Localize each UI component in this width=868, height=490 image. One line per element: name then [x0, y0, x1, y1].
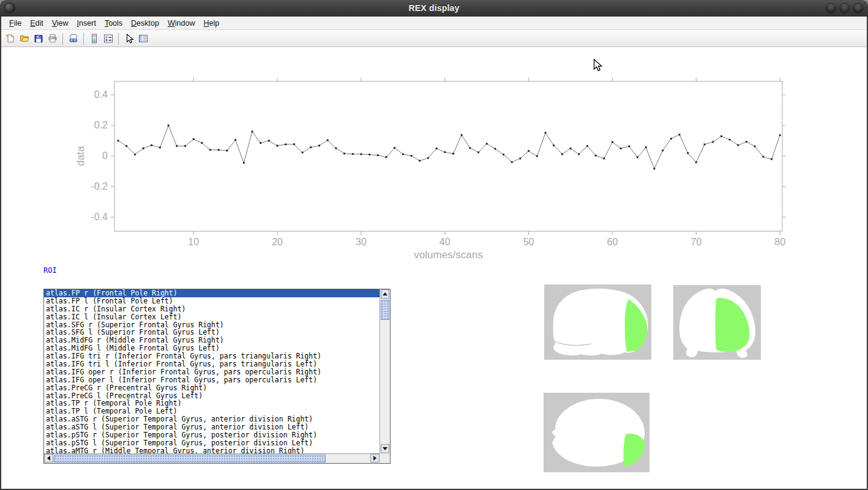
svg-text:0.4: 0.4 [94, 89, 108, 100]
figure-canvas: 1020304050607080-0.4-0.200.20.4volumes/s… [0, 47, 868, 489]
roi-list-item[interactable]: atlas.IFG tri l (Inferior Frontal Gyrus,… [44, 360, 380, 368]
rex-display-window: REX display FileEditViewInsertToolsDeskt… [0, 0, 868, 490]
roi-list-item[interactable]: atlas.IC l (Insular Cortex Left) [44, 313, 380, 321]
title-bar[interactable]: REX display [0, 0, 868, 17]
print-figure-button[interactable] [45, 32, 59, 46]
roi-list-rows: atlas.FP r (Frontal Pole Right)atlas.FP … [44, 289, 380, 453]
scroll-left-button[interactable] [44, 454, 53, 462]
menu-file[interactable]: File [5, 18, 26, 29]
insert-legend-button[interactable] [101, 32, 115, 46]
svg-text:30: 30 [356, 237, 367, 247]
svg-text:-0.4: -0.4 [91, 212, 108, 222]
link-plot-icon [69, 34, 78, 43]
menu-help[interactable]: Help [199, 18, 223, 29]
horizontal-scroll-thumb[interactable] [54, 455, 326, 462]
left-arrow-icon [47, 456, 50, 461]
insert-colorbar-icon [89, 34, 99, 43]
insert-colorbar-button[interactable] [87, 32, 101, 46]
scroll-right-button[interactable] [370, 454, 380, 462]
timeseries-plot: 1020304050607080-0.4-0.200.20.4volumes/s… [0, 47, 868, 273]
menu-bar: FileEditViewInsertToolsDesktopWindowHelp [0, 17, 868, 30]
y-axis-label: data [75, 146, 86, 166]
window-controls [826, 3, 863, 13]
menu-desktop[interactable]: Desktop [127, 18, 163, 29]
property-editor-button[interactable] [136, 32, 150, 46]
roi-list-item[interactable]: atlas.pSTG r (Superior Temporal Gyrus, p… [44, 431, 380, 439]
roi-list-item[interactable]: atlas.IFG oper r (Inferior Frontal Gyrus… [44, 368, 380, 376]
brain-coronal-view [673, 285, 761, 360]
menu-tools[interactable]: Tools [100, 18, 127, 29]
scrollbar-corner [380, 453, 390, 463]
menu-window[interactable]: Window [163, 18, 199, 29]
data-series-line [118, 125, 780, 169]
down-arrow-icon [383, 447, 387, 450]
roi-list-item[interactable]: atlas.FP l (Frontal Pole Left) [44, 297, 380, 305]
print-figure-icon [48, 34, 58, 43]
svg-text:20: 20 [272, 237, 283, 247]
horizontal-scrollbar[interactable] [44, 453, 380, 463]
roi-list-item[interactable]: atlas.pSTG l (Superior Temporal Gyrus, p… [44, 439, 380, 447]
minimize-button[interactable] [826, 3, 836, 13]
new-figure-icon [6, 34, 15, 43]
scroll-up-button[interactable] [381, 289, 389, 299]
close-button[interactable] [853, 3, 863, 13]
roi-listbox[interactable]: atlas.FP r (Frontal Pole Right)atlas.FP … [43, 289, 391, 464]
open-file-button[interactable] [17, 32, 31, 46]
roi-list-item[interactable]: atlas.PreCG r (Precentral Gyrus Right) [44, 384, 380, 392]
new-figure-button[interactable] [3, 32, 17, 46]
scroll-down-button[interactable] [381, 444, 389, 453]
maximize-button[interactable] [839, 3, 850, 13]
svg-text:70: 70 [690, 237, 702, 247]
brain-sagittal-view [544, 284, 651, 360]
svg-text:80: 80 [774, 237, 785, 247]
menu-view[interactable]: View [48, 18, 73, 29]
property-editor-icon [138, 34, 148, 43]
svg-text:50: 50 [523, 237, 534, 247]
window-title: REX display [0, 3, 868, 13]
svg-text:0.2: 0.2 [94, 120, 108, 130]
up-arrow-icon [383, 292, 387, 295]
toolbar-separator [118, 33, 119, 45]
svg-text:40: 40 [440, 237, 451, 247]
menu-edit[interactable]: Edit [26, 18, 48, 29]
roi-list-item[interactable]: atlas.FP r (Frontal Pole Right) [44, 289, 380, 297]
save-figure-button[interactable] [31, 32, 45, 46]
roi-list-item[interactable]: atlas.IC r (Insular Cortex Right) [44, 305, 380, 313]
roi-list-item[interactable]: atlas.aMTG r (Middle Temporal Gyrus, ant… [44, 447, 380, 453]
insert-legend-icon [103, 34, 113, 43]
toolbar-separator [62, 33, 63, 45]
link-plot-button[interactable] [66, 32, 80, 46]
svg-text:10: 10 [188, 237, 199, 247]
vertical-scroll-thumb[interactable] [381, 300, 389, 320]
edit-plot-button[interactable] [122, 32, 136, 46]
save-figure-icon [34, 34, 43, 43]
right-arrow-icon [373, 456, 376, 461]
mouse-cursor-icon [593, 59, 604, 73]
svg-text:-0.2: -0.2 [91, 181, 108, 191]
roi-section-label: ROI [43, 266, 57, 275]
axis-box [114, 81, 782, 231]
open-file-icon [20, 34, 29, 43]
vertical-scrollbar[interactable] [380, 289, 390, 453]
svg-text:60: 60 [607, 237, 618, 247]
x-axis-label: volumes/scans [414, 249, 482, 261]
toolbar [0, 31, 868, 47]
svg-text:0: 0 [102, 150, 108, 161]
edit-plot-icon [124, 34, 134, 43]
data-series-markers [118, 125, 781, 170]
toolbar-separator [83, 33, 84, 45]
brain-axial-view [544, 393, 649, 472]
window-left-edge [0, 17, 1, 490]
menu-insert[interactable]: Insert [73, 18, 100, 29]
roi-list-item[interactable]: atlas.IFG oper l (Inferior Frontal Gyrus… [44, 376, 380, 384]
